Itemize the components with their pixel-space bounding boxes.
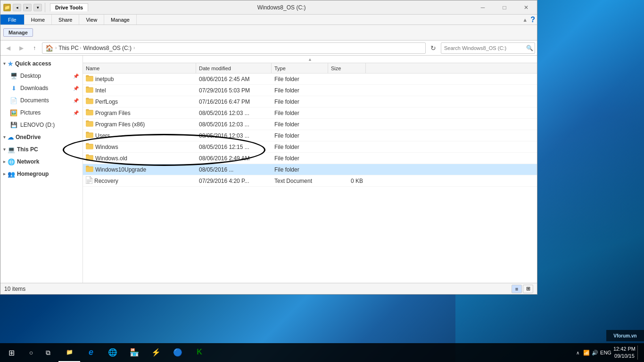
path-this-pc[interactable]: This PC › xyxy=(58,45,81,51)
refresh-button[interactable]: ↻ xyxy=(428,42,439,54)
taskbar-app-chrome[interactable]: 🔵 xyxy=(167,343,189,362)
quick-access-btn-1[interactable]: ◂ xyxy=(13,4,21,11)
close-button[interactable]: ✕ xyxy=(515,0,537,15)
view-icons-button[interactable]: ⊞ xyxy=(523,285,533,293)
search-button[interactable]: 🔍 xyxy=(526,45,533,51)
lenovo-drive-icon: 💾 xyxy=(10,121,17,129)
window-title: Windows8_OS (C:) xyxy=(91,4,472,11)
header-type[interactable]: Type xyxy=(272,63,328,73)
this-pc-icon: 💻 xyxy=(8,146,15,153)
search-wrapper: 🔍 xyxy=(441,42,535,54)
sidebar-onedrive-header[interactable]: ▾ ☁ OneDrive xyxy=(0,131,83,143)
file-row[interactable]: inetpub 08/06/2016 2:45 AM File folder xyxy=(83,74,537,85)
file-row[interactable]: Recovery 07/29/2016 4:20 P... Text Docum… xyxy=(83,175,537,187)
file-row[interactable]: Windows10Upgrade 08/05/2016 ... File fol… xyxy=(83,164,537,175)
sidebar-network-header[interactable]: ▸ 🌐 Network xyxy=(0,156,83,168)
task-view-button[interactable]: ⧉ xyxy=(40,343,57,362)
header-size[interactable]: Size xyxy=(328,63,366,73)
minimize-button[interactable]: ─ xyxy=(472,0,494,15)
address-path[interactable]: 🏠 › This PC › Windows8_OS (C:) › xyxy=(42,42,426,54)
taskbar-app-kaspersky[interactable]: K xyxy=(189,343,210,362)
pin-icon-pictures: 📌 xyxy=(73,110,79,115)
manage-button[interactable]: Manage xyxy=(3,28,33,37)
documents-icon: 📄 xyxy=(10,97,17,104)
quick-access-btn-2[interactable]: ▸ xyxy=(23,4,32,11)
search-button-taskbar[interactable]: ○ xyxy=(23,343,40,362)
file-row[interactable]: Users 08/05/2016 12:03 ... File folder xyxy=(83,130,537,141)
sidebar-item-documents[interactable]: 📄 Documents 📌 xyxy=(0,94,83,107)
wifi-icon: 📶 xyxy=(583,350,590,356)
drive-tools-tab[interactable]: Drive Tools xyxy=(50,3,88,11)
file-name-cell: Program Files xyxy=(83,109,196,117)
sidebar-item-desktop[interactable]: 🖥️ Desktop 📌 xyxy=(0,70,83,82)
folder-icon xyxy=(86,143,93,151)
help-icon[interactable]: ? xyxy=(530,16,535,24)
taskbar-app-explorer[interactable]: 📁 xyxy=(58,343,80,362)
header-name[interactable]: Name xyxy=(83,63,196,73)
header-date-modified[interactable]: Date modified xyxy=(196,63,272,73)
maximize-button[interactable]: □ xyxy=(494,0,515,15)
file-type-cell: File folder xyxy=(272,132,328,139)
desktop: 📁 ◂ ▸ ▾ Drive Tools Windows8_OS (C:) ─ □… xyxy=(0,0,644,362)
chevron-right-icon-network: ▸ xyxy=(3,159,6,164)
view-details-button[interactable]: ≡ xyxy=(512,285,522,293)
folder-icon xyxy=(86,109,93,117)
file-row[interactable]: Intel 07/29/2016 5:03 PM File folder xyxy=(83,85,537,96)
sidebar-item-pictures[interactable]: 🖼️ Pictures 📌 xyxy=(0,107,83,119)
notification-chevron[interactable]: ∧ xyxy=(574,349,581,356)
tab-home[interactable]: Home xyxy=(25,15,52,25)
file-date-cell: 07/29/2016 4:20 P... xyxy=(196,178,272,184)
show-desktop-button[interactable] xyxy=(637,346,640,360)
start-button[interactable]: ⊞ xyxy=(0,343,23,362)
file-type-cell: File folder xyxy=(272,110,328,116)
quick-access-star-icon: ★ xyxy=(8,60,13,67)
file-name-text: Program Files xyxy=(95,110,131,116)
taskbar-app-store[interactable]: 🏪 xyxy=(124,343,145,362)
lenovo-label: LENOVO (D:) xyxy=(20,122,55,128)
sidebar-homegroup-header[interactable]: ▸ 👥 Homegroup xyxy=(0,168,83,180)
downloads-label: Downloads xyxy=(20,85,48,91)
pin-icon-desktop: 📌 xyxy=(73,74,79,79)
sidebar-item-downloads[interactable]: ⬇ Downloads 📌 xyxy=(0,82,83,94)
file-row[interactable]: Program Files 08/05/2016 12:03 ... File … xyxy=(83,107,537,119)
taskbar-app-ie[interactable]: 🌐 xyxy=(102,343,124,362)
search-input[interactable] xyxy=(441,42,535,54)
taskbar: ⊞ ○ ⧉ 📁 e 🌐 🏪 ⚡ 🔵 K ∧ 📶 🔊 ENG 12:42 PM 0… xyxy=(0,343,644,362)
onedrive-label: OneDrive xyxy=(16,134,41,140)
file-date-cell: 07/16/2016 6:47 PM xyxy=(196,99,272,105)
file-date-cell: 08/05/2016 ... xyxy=(196,166,272,173)
ribbon-expand-icon[interactable]: ▲ xyxy=(522,17,528,23)
clock[interactable]: 12:42 PM 09/10/15 xyxy=(613,346,636,360)
file-row[interactable]: Program Files (x86) 08/05/2016 12:03 ...… xyxy=(83,119,537,130)
up-button[interactable]: ↑ xyxy=(29,42,40,54)
file-row[interactable]: Windows.old 08/06/2016 2:49 AM File fold… xyxy=(83,153,537,164)
tab-view[interactable]: View xyxy=(79,15,104,25)
taskbar-app-edge[interactable]: e xyxy=(80,343,102,362)
file-type-cell: File folder xyxy=(272,99,328,105)
onedrive-icon: ☁ xyxy=(8,134,14,141)
language-indicator[interactable]: ENG xyxy=(600,350,611,355)
back-button[interactable]: ◀ xyxy=(2,42,14,54)
tab-file[interactable]: File xyxy=(0,15,25,25)
file-name-cell: inetpub xyxy=(83,75,196,83)
sidebar-item-lenovo[interactable]: 💾 LENOVO (D:) xyxy=(0,119,83,131)
sidebar-this-pc-header[interactable]: ▾ 💻 This PC xyxy=(0,143,83,156)
status-items-count: 10 items xyxy=(4,286,512,292)
tab-share[interactable]: Share xyxy=(52,15,79,25)
sidebar-quick-access-header[interactable]: ▾ ★ Quick access xyxy=(0,58,83,70)
file-row[interactable]: PerfLogs 07/16/2016 6:47 PM File folder xyxy=(83,96,537,107)
quick-access-dropdown[interactable]: ▾ xyxy=(33,4,42,11)
file-name-cell: Users xyxy=(83,132,196,140)
file-row[interactable]: Windows 08/05/2016 12:15 ... File folder xyxy=(83,141,537,153)
folder-icon xyxy=(86,98,93,106)
file-name-text: Recovery xyxy=(94,178,118,184)
pictures-label: Pictures xyxy=(20,109,41,116)
tab-manage[interactable]: Manage xyxy=(104,15,137,25)
path-c-drive[interactable]: Windows8_OS (C:) xyxy=(83,45,132,51)
window-controls: ─ □ ✕ xyxy=(472,0,537,15)
downloads-icon: ⬇ xyxy=(10,84,17,92)
ribbon: File Home Share View Manage ▲ ? Manage xyxy=(0,15,537,41)
forward-button[interactable]: ▶ xyxy=(16,42,27,54)
taskbar-app-flash[interactable]: ⚡ xyxy=(145,343,167,362)
file-date-cell: 08/06/2016 2:45 AM xyxy=(196,76,272,82)
